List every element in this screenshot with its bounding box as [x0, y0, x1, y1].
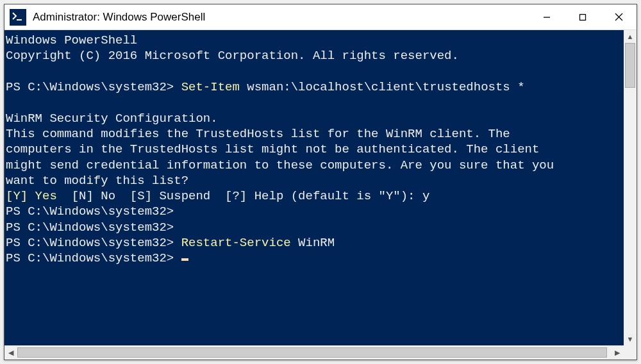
svg-rect-2: [580, 14, 586, 20]
powershell-window: Administrator: Windows PowerShell Window…: [4, 4, 637, 360]
choice-y-label: Yes: [35, 189, 57, 203]
prompt: PS C:\Windows\system32>: [6, 80, 174, 94]
choice-options: [N] No [S] Suspend [?] Help (default is …: [57, 189, 422, 203]
cmd2-args: WinRM: [291, 236, 335, 250]
choice-input: y: [422, 189, 429, 203]
prompt: PS C:\Windows\system32>: [6, 236, 174, 250]
scroll-up-icon[interactable]: ▲: [624, 30, 637, 43]
terminal-container: Windows PowerShell Copyright (C) 2016 Mi…: [4, 30, 637, 345]
cmdlet-set-item: Set-Item: [181, 80, 240, 94]
ps-copyright-line: Copyright (C) 2016 Microsoft Corporation…: [6, 49, 459, 63]
vertical-scrollbar[interactable]: ▲ ▼: [624, 30, 637, 345]
warning-line: computers in the TrustedHosts list might…: [6, 142, 539, 156]
choice-y-key: [Y]: [6, 189, 35, 203]
prompt: PS C:\Windows\system32>: [6, 220, 174, 235]
warning-line: might send credential information to the…: [6, 158, 554, 172]
cmdlet-restart-service: Restart-Service: [181, 236, 291, 250]
titlebar[interactable]: Administrator: Windows PowerShell: [4, 4, 637, 30]
prompt: PS C:\Windows\system32>: [6, 251, 174, 265]
window-controls: [529, 4, 637, 29]
warning-title: WinRM Security Configuration.: [6, 112, 218, 126]
scrollbar-corner: [624, 345, 637, 360]
minimize-button[interactable]: [529, 4, 565, 29]
scroll-right-icon[interactable]: ▶: [611, 345, 624, 360]
warning-line: This command modifies the TrustedHosts l…: [6, 127, 510, 141]
prompt: PS C:\Windows\system32>: [6, 204, 174, 219]
cursor: [181, 258, 188, 261]
ps-header-line: Windows PowerShell: [6, 33, 137, 47]
window-title: Administrator: Windows PowerShell: [33, 11, 529, 24]
terminal-output[interactable]: Windows PowerShell Copyright (C) 2016 Mi…: [4, 30, 624, 345]
scroll-left-icon[interactable]: ◀: [4, 345, 17, 360]
vertical-scroll-thumb[interactable]: [625, 43, 635, 88]
powershell-icon: [10, 9, 26, 26]
maximize-button[interactable]: [565, 4, 601, 29]
scroll-down-icon[interactable]: ▼: [624, 333, 637, 345]
cmd1-args: wsman:\localhost\client\trustedhosts *: [240, 80, 525, 94]
horizontal-scroll-track[interactable]: [17, 345, 611, 360]
horizontal-scroll-thumb[interactable]: [17, 347, 607, 358]
horizontal-scrollbar[interactable]: ◀ ▶: [4, 345, 637, 360]
warning-line: want to modify this list?: [6, 174, 188, 188]
close-button[interactable]: [601, 4, 637, 29]
